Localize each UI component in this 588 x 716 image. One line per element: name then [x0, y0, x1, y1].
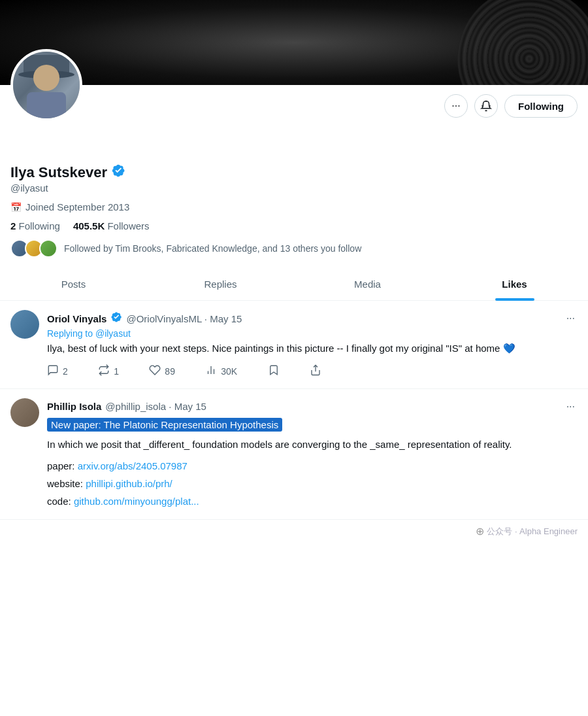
tweet-card-1: Oriol Vinyals @OriolVinyalsML · May 15 ·… — [0, 301, 588, 389]
tab-media[interactable]: Media — [294, 268, 441, 300]
tab-replies[interactable]: Replies — [147, 268, 294, 300]
followers-stat[interactable]: 405.5K Followers — [73, 220, 150, 231]
code-link-row: code: github.com/minyoungg/plat... — [47, 492, 578, 510]
watermark-text: 公众号 · Alpha Engineer — [487, 526, 578, 537]
profile-section: ··· Following Ilya Sutskever @ilyasut 📅 … — [0, 85, 588, 258]
tweet-handle-date-2: @phillip_isola · May 15 — [105, 401, 206, 412]
tweet-links: paper: arxiv.org/abs/2405.07987 website:… — [47, 457, 578, 510]
tweet-card-2: Phillip Isola @phillip_isola · May 15 ··… — [0, 389, 588, 520]
tweet-avatar-phillip — [10, 398, 39, 427]
retweet-icon — [98, 364, 110, 379]
tweet-header-2: Phillip Isola @phillip_isola · May 15 ··… — [47, 398, 578, 415]
code-label: code: — [47, 496, 71, 507]
tweet-content-2: Phillip Isola @phillip_isola · May 15 ··… — [47, 398, 578, 511]
retweet-action-1[interactable]: 1 — [98, 364, 119, 379]
verified-icon — [111, 163, 125, 181]
tweet-name-1: Oriol Vinyals — [47, 313, 106, 324]
paper-link-row: paper: arxiv.org/abs/2405.07987 — [47, 457, 578, 475]
banner-decoration — [457, 0, 588, 85]
share-icon-1[interactable] — [310, 364, 321, 379]
tweet-content-1: Oriol Vinyals @OriolVinyalsML · May 15 ·… — [47, 310, 578, 379]
paper-link[interactable]: arxiv.org/abs/2405.07987 — [78, 460, 188, 471]
following-stat[interactable]: 2 Following — [10, 220, 60, 231]
avatar — [10, 49, 82, 121]
tweet-body-text: In which we posit that _different_ found… — [47, 437, 578, 452]
profile-tabs: Posts Replies Media Likes — [0, 268, 588, 301]
followed-by-row: Followed by Tim Brooks, Fabricated Knowl… — [10, 239, 578, 258]
reply-icon — [47, 364, 59, 379]
calendar-icon: 📅 — [10, 202, 22, 213]
joined-date: Joined September 2013 — [25, 201, 129, 213]
profile-meta: 📅 Joined September 2013 — [10, 201, 578, 213]
like-icon — [149, 364, 161, 379]
tweet-more-1[interactable]: ··· — [564, 310, 578, 327]
tweet-handle-date-1: @OriolVinyalsML · May 15 — [126, 313, 242, 324]
like-action-1[interactable]: 89 — [149, 364, 175, 379]
tweet-user-info-1: Oriol Vinyals @OriolVinyalsML · May 15 — [47, 311, 242, 326]
website-link-row: website: phillipi.github.io/prh/ — [47, 475, 578, 492]
notify-button[interactable] — [474, 94, 498, 118]
tweet-highlight-text: New paper: The Platonic Representation H… — [47, 418, 282, 432]
tweet-actions-1: 2 1 89 30K — [47, 364, 321, 379]
profile-actions: ··· Following — [10, 85, 578, 124]
views-icon — [205, 364, 217, 379]
bookmark-icon-1[interactable] — [268, 364, 280, 379]
tweet-text-1: Ilya, best of luck with your next steps.… — [47, 341, 578, 356]
followed-by-text: Followed by Tim Brooks, Fabricated Knowl… — [64, 243, 361, 254]
tweet-highlight-block: New paper: The Platonic Representation H… — [47, 419, 578, 431]
website-link[interactable]: phillipi.github.io/prh/ — [86, 478, 172, 489]
tweet-avatar-oriol — [10, 310, 39, 339]
views-action-1[interactable]: 30K — [205, 364, 237, 379]
wechat-icon: ⊕ — [476, 525, 484, 537]
tweet-verified-1 — [110, 311, 122, 326]
following-button[interactable]: Following — [504, 95, 578, 118]
tab-posts[interactable]: Posts — [0, 268, 147, 300]
reply-to-1: Replying to @ilyasut — [47, 328, 578, 339]
profile-name: Ilya Sutskever — [10, 164, 107, 181]
tweet-header-1: Oriol Vinyals @OriolVinyalsML · May 15 ·… — [47, 310, 578, 327]
website-label: website: — [47, 478, 83, 489]
followed-avatars — [10, 239, 57, 258]
profile-handle: @ilyasut — [10, 182, 578, 194]
profile-name-row: Ilya Sutskever — [10, 163, 578, 181]
tweet-user-info-2: Phillip Isola @phillip_isola · May 15 — [47, 401, 206, 412]
tab-likes[interactable]: Likes — [441, 268, 588, 300]
followed-avatar-3 — [39, 239, 57, 258]
paper-label: paper: — [47, 460, 75, 471]
profile-stats: 2 Following 405.5K Followers — [10, 220, 578, 231]
more-options-button[interactable]: ··· — [444, 94, 468, 118]
profile-banner — [0, 0, 588, 85]
tweet-more-2[interactable]: ··· — [564, 398, 578, 415]
watermark: ⊕ 公众号 · Alpha Engineer — [0, 520, 588, 543]
code-link[interactable]: github.com/minyoungg/plat... — [74, 496, 199, 507]
reply-action-1[interactable]: 2 — [47, 364, 68, 379]
tweet-name-2: Phillip Isola — [47, 401, 101, 412]
